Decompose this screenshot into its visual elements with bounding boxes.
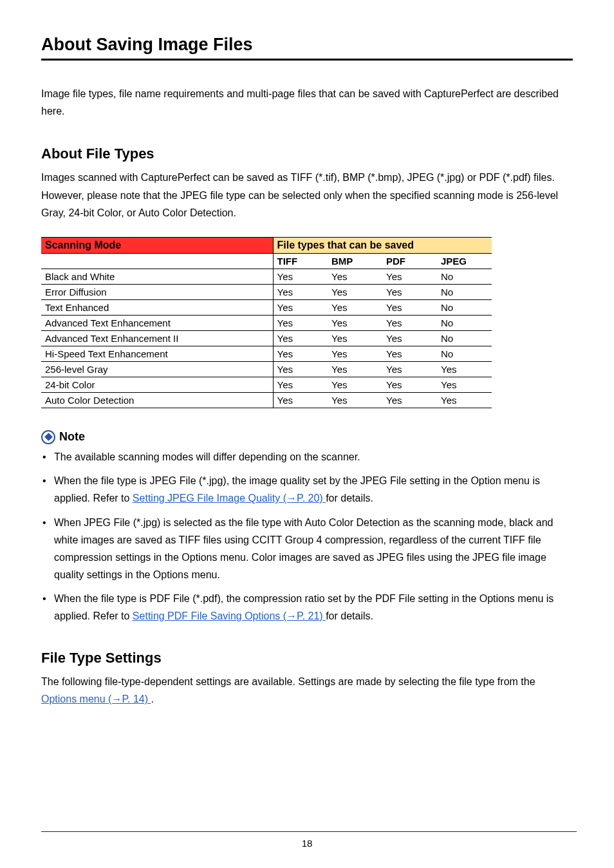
page-number: 18 [41,838,573,849]
th-file-types: File types that can be saved [273,237,492,253]
table-cell: Yes [273,269,328,284]
note-header: Note [41,430,573,444]
note-text: for details. [326,610,373,621]
notes-list: The available scanning modes will differ… [41,448,573,625]
table-row-label: Advanced Text Enhancement II [41,330,273,346]
table-cell: Yes [382,269,437,284]
table-cell: Yes [273,392,328,408]
section-about-file-types-body: Images scanned with CapturePerfect can b… [41,169,573,222]
fts-text: The following file-type-dependent settin… [41,676,535,687]
table-cell: No [437,315,492,330]
th-empty [41,253,273,269]
th-bmp: BMP [328,253,382,269]
table-row-label: Text Enhanced [41,299,273,315]
table-cell: Yes [273,377,328,392]
table-cell: Yes [382,299,437,315]
section-about-file-types-heading: About File Types [41,146,573,162]
table-row-label: Hi-Speed Text Enhancement [41,346,273,361]
table-cell: Yes [382,284,437,299]
page-footer: 18 [41,820,573,856]
table-cell: Yes [328,377,382,392]
link-options-menu[interactable]: Options menu (→P. 14) [41,693,151,704]
table-cell: Yes [437,377,492,392]
section-file-type-settings-body: The following file-type-dependent settin… [41,673,573,708]
table-cell: Yes [382,330,437,346]
link-pdf-options[interactable]: Setting PDF File Saving Options (→P. 21) [133,610,326,621]
table-row-label: Advanced Text Enhancement [41,315,273,330]
table-cell: Yes [382,392,437,408]
note-text: When JPEG File (*.jpg) is selected as th… [54,517,554,581]
table-cell: Yes [328,361,382,377]
intro-paragraph: Image file types, file name requirements… [41,85,573,120]
table-cell: Yes [382,346,437,361]
table-cell: Yes [273,346,328,361]
table-row-label: Black and White [41,269,273,284]
list-item: When the file type is PDF File (*.pdf), … [41,590,573,625]
table-cell: Yes [437,392,492,408]
list-item: When the file type is JPEG File (*.jpg),… [41,472,573,507]
table-cell: Yes [273,315,328,330]
table-cell: Yes [437,361,492,377]
table-cell: Yes [382,315,437,330]
note-text: for details. [326,493,373,504]
footer-divider [41,831,577,832]
th-pdf: PDF [382,253,437,269]
table-cell: Yes [328,392,382,408]
table-cell: Yes [273,299,328,315]
table-cell: Yes [328,346,382,361]
note-label: Note [59,430,85,444]
table-cell: Yes [328,284,382,299]
table-cell: No [437,346,492,361]
table-cell: Yes [382,377,437,392]
table-cell: Yes [328,315,382,330]
th-jpeg: JPEG [437,253,492,269]
table-row-label: Error Diffusion [41,284,273,299]
table-cell: Yes [273,361,328,377]
section-file-type-settings-heading: File Type Settings [41,650,573,666]
fts-text: . [151,693,153,704]
table-cell: Yes [328,299,382,315]
list-item: The available scanning modes will differ… [41,448,573,466]
note-text: The available scanning modes will differ… [54,451,360,462]
page-title: About Saving Image Files [41,35,573,61]
th-tiff: TIFF [273,253,328,269]
table-cell: No [437,284,492,299]
list-item: When JPEG File (*.jpg) is selected as th… [41,514,573,584]
th-scanning-mode: Scanning Mode [41,237,273,253]
table-row-label: 256-level Gray [41,361,273,377]
table-cell: No [437,269,492,284]
table-row-label: Auto Color Detection [41,392,273,408]
file-types-table: Scanning Mode File types that can be sav… [41,237,492,408]
table-cell: Yes [328,269,382,284]
note-icon [41,430,55,444]
table-cell: Yes [328,330,382,346]
table-cell: Yes [382,361,437,377]
table-cell: Yes [273,330,328,346]
table-cell: No [437,299,492,315]
table-row-label: 24-bit Color [41,377,273,392]
table-cell: Yes [273,284,328,299]
table-cell: No [437,330,492,346]
link-jpeg-quality[interactable]: Setting JPEG File Image Quality (→P. 20) [133,493,326,504]
